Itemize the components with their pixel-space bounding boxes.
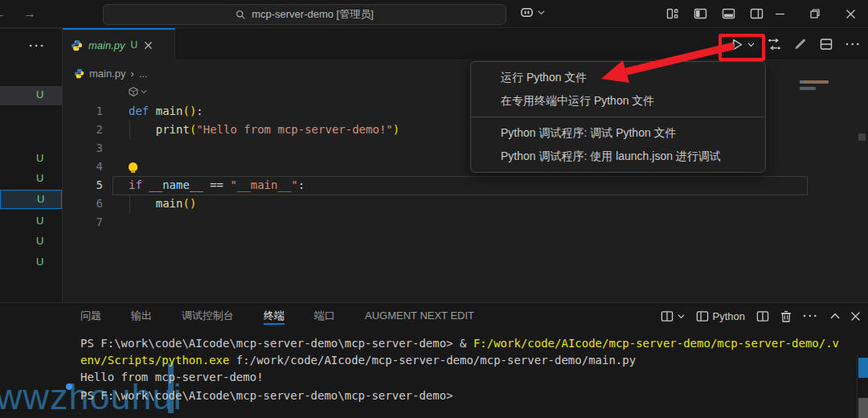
tab-close-icon[interactable] (145, 42, 152, 49)
toggle-panel-icon[interactable] (722, 7, 735, 20)
command-center-search[interactable]: mcp-server-demo [管理员] (103, 4, 506, 25)
run-options-menu: 运行 Python 文件 在专用终端中运行 Python 文件 Python 调… (470, 61, 766, 173)
tab-augment-next-edit[interactable]: AUGMENT NEXT EDIT (365, 303, 474, 329)
window-controls (762, 0, 868, 27)
new-terminal-dropdown-button[interactable] (661, 310, 685, 322)
python-file-icon (71, 39, 83, 51)
chevron-down-icon (678, 314, 685, 319)
breadcrumb-symbol-more[interactable]: ... (139, 68, 148, 80)
tab-output[interactable]: 输出 (131, 303, 152, 329)
tab-main-py[interactable]: main.py U (63, 28, 175, 60)
terminal-line[interactable]: Hello from mcp-server-demo! (80, 371, 264, 383)
kill-terminal-icon[interactable] (780, 310, 792, 322)
line-number: 3 (63, 139, 103, 158)
menu-separator (472, 117, 764, 117)
code-line[interactable]: 5if __name__ == "__main__": (63, 176, 868, 195)
terminal-instance-label: Python (713, 310, 745, 322)
explorer-file-row[interactable]: U (0, 232, 62, 252)
terminal-line[interactable]: PS F:\work\code\AIcode\mcp-server-demo\m… (80, 337, 839, 350)
editor-more-actions-icon[interactable]: ··· (845, 38, 862, 51)
pen-edit-icon[interactable] (794, 38, 807, 51)
line-number: 5 (63, 176, 103, 195)
breadcrumb[interactable]: main.py › ... (74, 63, 148, 84)
search-text: mcp-server-demo [管理员] (252, 7, 374, 22)
line-number: 2 (63, 121, 103, 139)
command-decoration-success[interactable] (66, 383, 72, 390)
panel-toolbar: Python ··· (661, 303, 860, 329)
tab-terminal[interactable]: 终端 (264, 303, 285, 329)
explorer-sidebar: ··· U U U U U U U (0, 29, 63, 302)
editor-tab-bar: main.py U ··· (63, 28, 868, 60)
explorer-file-row-selected[interactable]: U (0, 190, 62, 209)
tab-problems[interactable]: 问题 (80, 303, 101, 329)
menu-item-run-in-dedicated-terminal[interactable]: 在专用终端中运行 Python 文件 (471, 89, 765, 113)
line-number: 6 (63, 195, 103, 213)
minimap[interactable] (800, 80, 832, 90)
back-arrow-icon[interactable]: ← (0, 6, 6, 21)
title-bar: ← → mcp-server-demo [管理员] (0, 0, 868, 28)
layout-controls (666, 0, 764, 27)
minimize-button[interactable] (762, 0, 797, 27)
customize-layout-icon[interactable] (666, 7, 679, 20)
lightbulb-icon[interactable] (129, 162, 137, 171)
menu-item-debug-python-file[interactable]: Python 调试程序: 调试 Python 文件 (471, 121, 765, 145)
explorer-file-row[interactable]: U (0, 170, 62, 189)
split-editor-icon[interactable] (820, 38, 833, 51)
copilot-menu-button[interactable] (519, 5, 545, 20)
forward-arrow-icon[interactable]: → (23, 6, 36, 21)
code-line[interactable]: 6 main() (63, 195, 868, 213)
maximize-panel-icon[interactable] (830, 313, 840, 319)
editor-toolbar: ··· (731, 33, 862, 55)
terminal-instance-python[interactable]: Python (696, 310, 745, 322)
git-untracked-badge: U (36, 172, 43, 184)
panel-tab-bar: 问题 输出 调试控制台 终端 端口 AUGMENT NEXT EDIT (80, 303, 474, 329)
terminal-scrollbar[interactable] (857, 354, 868, 418)
tab-label: main.py (88, 39, 125, 51)
search-icon (235, 10, 246, 20)
line-number: 7 (63, 213, 103, 232)
breadcrumb-file[interactable]: main.py (89, 68, 126, 80)
menu-item-run-python-file[interactable]: 运行 Python 文件 (471, 66, 765, 89)
toggle-primary-sidebar-icon[interactable] (694, 7, 707, 20)
git-untracked-badge: U (36, 88, 43, 100)
tab-modified-badge: U (131, 39, 138, 51)
tab-debug-console[interactable]: 调试控制台 (182, 303, 234, 329)
explorer-file-row[interactable]: U (0, 253, 62, 273)
line-number: 4 (63, 158, 103, 176)
explorer-more-actions-icon[interactable]: ··· (29, 39, 46, 52)
run-dropdown-chevron-icon (747, 42, 755, 47)
close-window-button[interactable] (833, 0, 868, 27)
terminal-icon (696, 310, 709, 322)
run-python-file-button[interactable] (731, 39, 755, 51)
explorer-file-row[interactable]: U (0, 212, 62, 232)
menu-item-debug-with-launch-json[interactable]: Python 调试程序: 使用 launch.json 进行调试 (471, 145, 765, 168)
line-number (63, 84, 103, 102)
terminal-line[interactable]: PS F:\work\code\AIcode\mcp-server-demo\m… (80, 389, 453, 402)
explorer-file-row[interactable]: U (0, 150, 62, 169)
code-line[interactable]: 7 (63, 213, 868, 232)
editor-scrollbar[interactable] (858, 133, 866, 141)
restore-button[interactable] (797, 0, 833, 27)
terminal-line[interactable]: env/Scripts/python.exe f:/work/code/AIco… (80, 354, 636, 367)
bottom-panel: 问题 输出 调试控制台 终端 端口 AUGMENT NEXT EDIT Pyth… (0, 302, 868, 418)
chevron-down-icon (141, 89, 147, 94)
git-untracked-badge: U (36, 215, 43, 227)
git-untracked-badge: U (36, 235, 43, 247)
augment-codelens-icon[interactable] (129, 87, 147, 96)
python-file-icon (74, 68, 84, 79)
open-changes-icon[interactable] (768, 38, 781, 51)
panel-more-actions-icon[interactable]: ··· (803, 309, 819, 322)
git-untracked-badge: U (37, 193, 44, 205)
breadcrumb-separator: › (131, 68, 134, 80)
copilot-icon (519, 5, 534, 20)
tab-ports[interactable]: 端口 (314, 303, 335, 329)
explorer-file-row[interactable]: U (0, 86, 62, 105)
git-untracked-badge: U (36, 152, 43, 164)
split-terminal-icon[interactable] (756, 310, 769, 322)
chevron-down-icon (538, 10, 545, 15)
close-panel-icon[interactable] (851, 312, 860, 321)
git-untracked-badge: U (36, 256, 43, 268)
line-number: 1 (63, 102, 103, 121)
